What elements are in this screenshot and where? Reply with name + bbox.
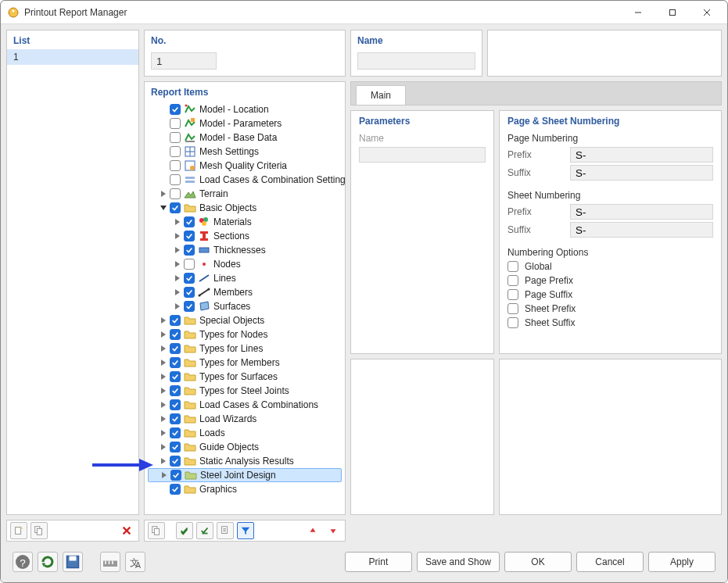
tree-item[interactable]: Guide Objects: [148, 440, 342, 454]
option-checkbox[interactable]: [507, 289, 518, 300]
report-items-tree[interactable]: Model - LocationModel - ParametersModel …: [145, 101, 345, 514]
copy-report-button[interactable]: [30, 522, 48, 539]
tree-item[interactable]: Mesh Settings: [148, 145, 342, 159]
save-and-show-button[interactable]: Save and Show: [417, 552, 500, 572]
option-checkbox[interactable]: [507, 275, 518, 286]
tree-item[interactable]: Basic Objects: [148, 201, 342, 215]
numbering-option[interactable]: Page Suffix: [507, 289, 713, 300]
tree-checkbox[interactable]: [184, 245, 195, 256]
tree-item[interactable]: Graphics: [148, 482, 342, 496]
units-button[interactable]: [100, 552, 120, 572]
tree-item[interactable]: Loads: [148, 426, 342, 440]
list-body[interactable]: 1: [7, 49, 138, 514]
print-button[interactable]: Print: [345, 552, 412, 572]
tree-item[interactable]: Model - Location: [148, 102, 342, 116]
name-input[interactable]: [357, 52, 475, 70]
ok-button[interactable]: OK: [504, 552, 572, 572]
expand-toggle[interactable]: [160, 470, 169, 480]
tree-checkbox[interactable]: [170, 188, 181, 199]
tab-main[interactable]: Main: [356, 85, 406, 105]
move-down-button[interactable]: [325, 522, 342, 539]
sheet-suffix-input[interactable]: [570, 222, 713, 238]
move-up-button[interactable]: [304, 522, 321, 539]
sheet-prefix-input[interactable]: [570, 204, 713, 220]
tree-checkbox[interactable]: [170, 118, 181, 129]
close-button[interactable]: [690, 1, 724, 24]
tree-item[interactable]: Sections: [148, 229, 342, 243]
uncheck-all-button[interactable]: [196, 522, 213, 539]
tree-item[interactable]: Model - Base Data: [148, 131, 342, 145]
tree-item[interactable]: Special Objects: [148, 313, 342, 327]
tree-checkbox[interactable]: [170, 329, 181, 340]
filter-button[interactable]: [237, 522, 254, 539]
tree-item[interactable]: Load Wizards: [148, 412, 342, 426]
tree-item[interactable]: Steel Joint Design: [148, 468, 342, 482]
expand-toggle[interactable]: [159, 428, 168, 438]
numbering-option[interactable]: Global: [507, 261, 713, 272]
tree-checkbox[interactable]: [170, 174, 181, 185]
expand-toggle[interactable]: [159, 414, 168, 424]
tree-checkbox[interactable]: [170, 456, 181, 467]
numbering-option[interactable]: Sheet Prefix: [507, 303, 713, 314]
expand-toggle[interactable]: [159, 358, 168, 367]
expand-toggle[interactable]: [159, 316, 168, 325]
maximize-button[interactable]: [655, 1, 690, 24]
tree-checkbox[interactable]: [170, 343, 181, 354]
option-checkbox[interactable]: [507, 303, 518, 314]
refresh-button[interactable]: [38, 552, 58, 572]
tree-item[interactable]: Surfaces: [148, 299, 342, 313]
tree-checkbox[interactable]: [170, 442, 181, 452]
tree-checkbox[interactable]: [184, 287, 195, 298]
tree-checkbox[interactable]: [170, 357, 181, 368]
tree-checkbox[interactable]: [170, 104, 181, 115]
tree-item[interactable]: Types for Steel Joints: [148, 384, 342, 398]
no-input[interactable]: [151, 52, 217, 70]
tree-item[interactable]: Thicknesses: [148, 243, 342, 257]
expand-toggle[interactable]: [173, 288, 182, 297]
expand-all-button[interactable]: [148, 522, 165, 539]
save-settings-button[interactable]: [63, 552, 83, 572]
tree-checkbox[interactable]: [170, 371, 181, 382]
numbering-option[interactable]: Sheet Suffix: [507, 317, 713, 328]
tree-checkbox[interactable]: [170, 202, 181, 213]
new-report-button[interactable]: [10, 522, 27, 539]
delete-report-button[interactable]: [118, 522, 135, 539]
tree-checkbox[interactable]: [170, 470, 181, 481]
tree-checkbox[interactable]: [184, 259, 195, 270]
expand-toggle[interactable]: [173, 231, 182, 241]
tree-checkbox[interactable]: [170, 160, 181, 171]
tree-checkbox[interactable]: [170, 385, 181, 396]
minimize-button[interactable]: [621, 1, 655, 24]
tree-item[interactable]: Members: [148, 285, 342, 299]
list-row[interactable]: 1: [7, 49, 138, 65]
apply-button[interactable]: Apply: [648, 552, 715, 572]
expand-toggle[interactable]: [159, 400, 168, 410]
tree-item[interactable]: Model - Parameters: [148, 116, 342, 131]
tree-checkbox[interactable]: [170, 315, 181, 326]
page-suffix-input[interactable]: [570, 165, 713, 181]
tree-item[interactable]: Lines: [148, 271, 342, 285]
tree-checkbox[interactable]: [170, 413, 181, 424]
help-button[interactable]: ?: [13, 552, 33, 572]
tree-checkbox[interactable]: [184, 273, 195, 284]
page-prefix-input[interactable]: [570, 147, 713, 163]
tree-checkbox[interactable]: [184, 216, 195, 227]
copy-settings-button[interactable]: [217, 522, 234, 539]
tree-item[interactable]: Types for Surfaces: [148, 370, 342, 384]
expand-toggle[interactable]: [173, 245, 182, 255]
expand-toggle[interactable]: [173, 302, 182, 311]
param-name-input[interactable]: [359, 147, 486, 163]
tree-item[interactable]: Mesh Quality Criteria: [148, 159, 342, 173]
expand-toggle[interactable]: [173, 259, 182, 269]
expand-toggle[interactable]: [173, 274, 182, 283]
tree-item[interactable]: Terrain: [148, 187, 342, 201]
expand-toggle[interactable]: [159, 189, 168, 199]
expand-toggle[interactable]: [159, 456, 168, 466]
tree-item[interactable]: Materials: [148, 215, 342, 229]
expand-toggle[interactable]: [159, 330, 168, 339]
tree-item[interactable]: Types for Lines: [148, 342, 342, 356]
expand-toggle[interactable]: [159, 203, 168, 213]
tree-item[interactable]: Load Cases & Combinations: [148, 398, 342, 412]
tree-item[interactable]: Nodes: [148, 257, 342, 271]
expand-toggle[interactable]: [159, 372, 168, 381]
